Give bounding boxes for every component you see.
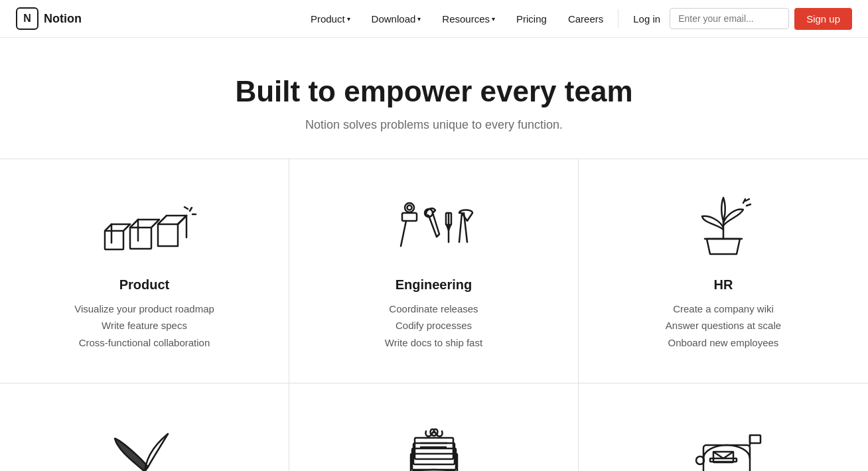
engineering-icon <box>381 191 487 264</box>
svg-line-6 <box>130 220 138 228</box>
cell-engineering[interactable]: Engineering Coordinate releases Codify p… <box>289 159 579 383</box>
hero-section: Built to empower every team Notion solve… <box>0 38 868 159</box>
cell-design[interactable]: Design <box>0 383 289 471</box>
svg-rect-33 <box>411 454 457 471</box>
svg-line-16 <box>184 207 188 209</box>
nav-product[interactable]: Product ▾ <box>301 9 360 29</box>
logo-icon: N <box>16 7 38 30</box>
chevron-down-icon: ▾ <box>417 15 421 23</box>
cell-hr[interactable]: HR Create a company wiki Answer question… <box>579 159 868 383</box>
engineering-title: Engineering <box>396 277 472 293</box>
nav-download[interactable]: Download ▾ <box>362 9 431 29</box>
product-icon <box>92 191 198 264</box>
svg-line-30 <box>747 204 751 206</box>
design-icon <box>92 415 198 471</box>
sales-icon <box>381 415 487 471</box>
svg-rect-43 <box>750 435 760 443</box>
cell-product[interactable]: Product Visualize your product roadmap W… <box>0 159 289 383</box>
team-grid: Product Visualize your product roadmap W… <box>0 159 868 471</box>
product-desc: Visualize your product roadmap Write fea… <box>74 301 214 352</box>
svg-point-25 <box>405 203 414 212</box>
chevron-down-icon: ▾ <box>347 15 350 23</box>
logo-text: Notion <box>44 12 82 26</box>
marketing-icon <box>670 415 776 471</box>
svg-rect-5 <box>130 228 151 249</box>
svg-rect-0 <box>105 231 123 249</box>
svg-rect-18 <box>402 213 417 221</box>
svg-line-24 <box>459 213 462 242</box>
grid-row-2: Design <box>0 383 868 471</box>
nav-divider <box>618 9 618 28</box>
nav-pricing[interactable]: Pricing <box>507 9 556 29</box>
engineering-desc: Coordinate releases Codify processes Wri… <box>385 301 482 352</box>
svg-line-1 <box>105 224 111 231</box>
grid-row-1: Product Visualize your product roadmap W… <box>0 159 868 384</box>
hero-subtitle: Notion solves problems unique to every f… <box>13 118 855 132</box>
login-link[interactable]: Log in <box>624 9 670 29</box>
cell-marketing[interactable]: Marketing <box>579 383 868 471</box>
signup-button[interactable]: Sign up <box>794 8 852 30</box>
email-input[interactable] <box>670 8 789 29</box>
chevron-down-icon: ▾ <box>492 15 495 23</box>
hr-icon <box>670 191 776 264</box>
svg-line-15 <box>190 208 192 211</box>
navbar: N Notion Product ▾ Download ▾ Resources … <box>0 0 868 38</box>
svg-point-39 <box>432 432 436 436</box>
hero-title: Built to empower every team <box>13 75 855 109</box>
logo-link[interactable]: N Notion <box>16 7 82 30</box>
nav-resources[interactable]: Resources ▾ <box>433 9 504 29</box>
hr-desc: Create a company wiki Answer questions a… <box>666 301 781 352</box>
nav-links: Product ▾ Download ▾ Resources ▾ Pricing… <box>301 9 613 29</box>
svg-line-2 <box>123 224 130 231</box>
hr-title: HR <box>714 277 733 293</box>
svg-line-14 <box>178 216 186 224</box>
nav-careers[interactable]: Careers <box>559 9 613 29</box>
product-title: Product <box>119 277 170 293</box>
svg-point-26 <box>407 205 411 210</box>
cell-sales[interactable]: Sales <box>289 383 579 471</box>
svg-line-19 <box>401 221 406 246</box>
